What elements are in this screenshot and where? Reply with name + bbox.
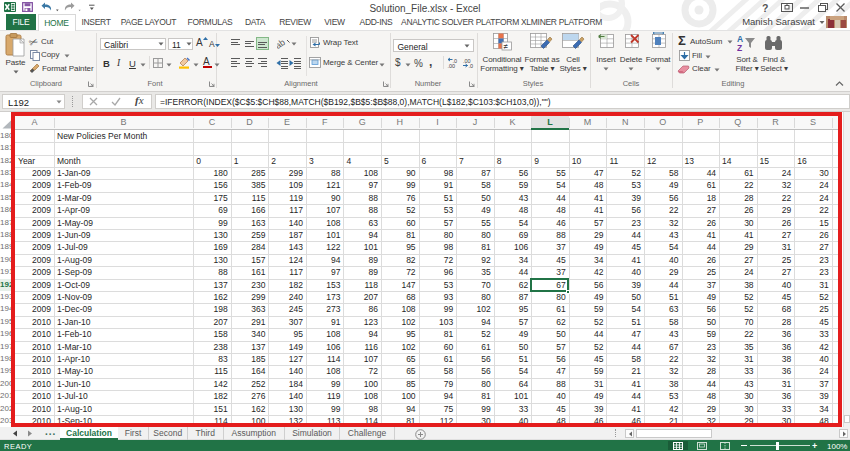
svg-text:≠: ≠ [504,42,509,51]
svg-text:.00: .00 [448,63,456,69]
svg-text:Z: Z [737,43,742,53]
svg-text:ab: ab [277,38,287,49]
